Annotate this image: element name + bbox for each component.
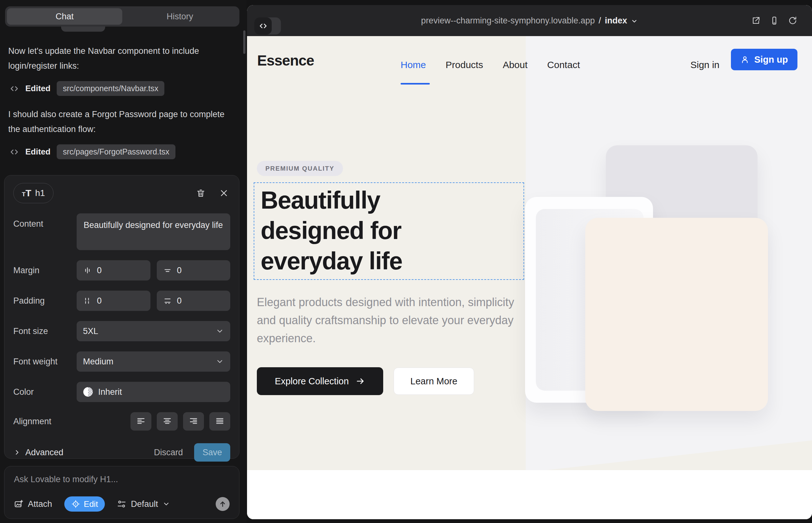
align-center-button[interactable] (157, 412, 178, 431)
url-breadcrumb[interactable]: preview--charming-site-symphony.lovable.… (247, 5, 812, 36)
active-nav-underline (401, 83, 430, 85)
color-select[interactable]: Inherit (77, 382, 230, 402)
url-separator: / (599, 16, 601, 26)
edited-label: Edited (25, 147, 50, 157)
color-label: Color (13, 387, 77, 397)
open-external-button[interactable] (751, 16, 761, 25)
sidebar-scrollbar[interactable] (243, 30, 245, 54)
tab-history[interactable]: History (122, 8, 237, 25)
margin-x-input[interactable]: 0 (77, 260, 151, 281)
mode-select[interactable]: Default (117, 499, 170, 509)
edited-label: Edited (25, 84, 50, 93)
chevron-down-icon (216, 357, 224, 366)
learn-more-button[interactable]: Learn More (394, 367, 474, 395)
close-panel-icon[interactable] (219, 189, 228, 198)
margin-y-input[interactable]: 0 (157, 260, 231, 281)
refresh-button[interactable] (788, 16, 797, 25)
hero-heading[interactable]: Beautifully designed for everyday life (261, 185, 482, 276)
decorative-card-beige (585, 218, 768, 411)
site-logo[interactable]: Essence (257, 52, 314, 69)
preview-toolbar: preview--charming-site-symphony.lovable.… (247, 5, 812, 36)
font-weight-label: Font weight (13, 357, 77, 366)
padding-label: Padding (13, 296, 77, 306)
align-left-button[interactable] (130, 412, 152, 431)
nav-link-products[interactable]: Products (446, 59, 483, 70)
padding-vertical-icon (163, 296, 172, 305)
font-weight-select[interactable]: Medium (77, 351, 230, 372)
advanced-toggle[interactable]: Advanced (13, 448, 63, 457)
color-swatch-icon (83, 387, 93, 397)
element-editor-panel: TT h1 Content Beautifully designed for e… (4, 175, 240, 459)
margin-horizontal-icon (83, 266, 92, 275)
align-justify-button[interactable] (209, 412, 230, 431)
hero-badge: PREMIUM QUALITY (257, 161, 343, 176)
composer-placeholder[interactable]: Ask Lovable to modify H1... (14, 474, 230, 484)
preview-window: preview--charming-site-symphony.lovable.… (247, 5, 812, 519)
margin-vertical-icon (163, 266, 172, 275)
align-right-button[interactable] (183, 412, 204, 431)
padding-x-input[interactable]: 0 (77, 291, 151, 311)
code-icon (10, 84, 19, 93)
arrow-right-icon (356, 376, 365, 386)
tab-chat[interactable]: Chat (7, 8, 122, 25)
chevron-down-icon (216, 327, 224, 335)
sidebar-tabs: Chat History (5, 6, 240, 26)
edited-file-row: Edited src/pages/ForgotPassword.tsx (10, 144, 175, 159)
sign-in-link[interactable]: Sign in (690, 59, 720, 70)
target-icon (71, 500, 80, 508)
code-icon (10, 147, 19, 157)
content-label: Content (13, 219, 77, 229)
send-button[interactable] (216, 497, 230, 511)
edit-mode-button[interactable]: Edit (64, 497, 105, 511)
edited-file-row: Edited src/components/Navbar.tsx (10, 81, 164, 96)
chat-message: Now let's update the Navbar component to… (8, 44, 217, 73)
attach-button[interactable]: Attach (14, 499, 52, 509)
discard-button[interactable]: Discard (154, 448, 183, 457)
content-textarea[interactable]: Beautifully designed for everyday life (77, 213, 230, 250)
selected-element-outline[interactable]: Beautifully designed for everyday life (254, 182, 524, 280)
alignment-label: Alignment (13, 417, 77, 427)
attach-image-icon (14, 499, 23, 509)
sliders-icon (117, 499, 126, 509)
delete-element-button[interactable] (196, 188, 206, 198)
url-host: preview--charming-site-symphony.lovable.… (421, 16, 595, 26)
chat-message: I should also create a Forgot Password p… (8, 107, 227, 137)
mobile-view-button[interactable] (770, 16, 779, 25)
text-size-icon: TT (22, 188, 31, 198)
explore-collection-button[interactable]: Explore Collection (257, 367, 383, 395)
padding-horizontal-icon (83, 296, 92, 305)
hero-paragraph: Elegant products designed with intention… (257, 293, 516, 347)
font-size-select[interactable]: 5XL (77, 321, 230, 341)
save-button[interactable]: Save (194, 443, 230, 462)
element-tag-label: h1 (35, 188, 45, 198)
selected-element-pill: TT h1 (13, 183, 54, 203)
font-size-label: Font size (13, 326, 77, 336)
padding-y-input[interactable]: 0 (157, 291, 231, 311)
nav-link-contact[interactable]: Contact (547, 59, 580, 70)
margin-label: Margin (13, 266, 77, 275)
file-chip[interactable]: src/pages/ForgotPassword.tsx (57, 144, 175, 159)
chevron-down-icon (631, 18, 638, 25)
site-nav: Home Products About Contact (401, 59, 580, 70)
user-icon (740, 55, 749, 64)
sign-up-button[interactable]: Sign up (731, 49, 797, 70)
chevron-right-icon (13, 449, 21, 456)
nav-link-about[interactable]: About (502, 59, 527, 70)
chat-composer[interactable]: Ask Lovable to modify H1... Attach Edit … (4, 466, 240, 519)
url-page[interactable]: index (605, 16, 628, 26)
nav-link-home[interactable]: Home (401, 59, 426, 70)
chevron-down-icon (162, 500, 170, 508)
file-chip[interactable]: src/components/Navbar.tsx (57, 81, 164, 96)
site-canvas: Essence Home Products About Contact Sign… (247, 36, 812, 519)
chat-sidebar: Chat History Now let's update the Navbar… (0, 0, 246, 523)
